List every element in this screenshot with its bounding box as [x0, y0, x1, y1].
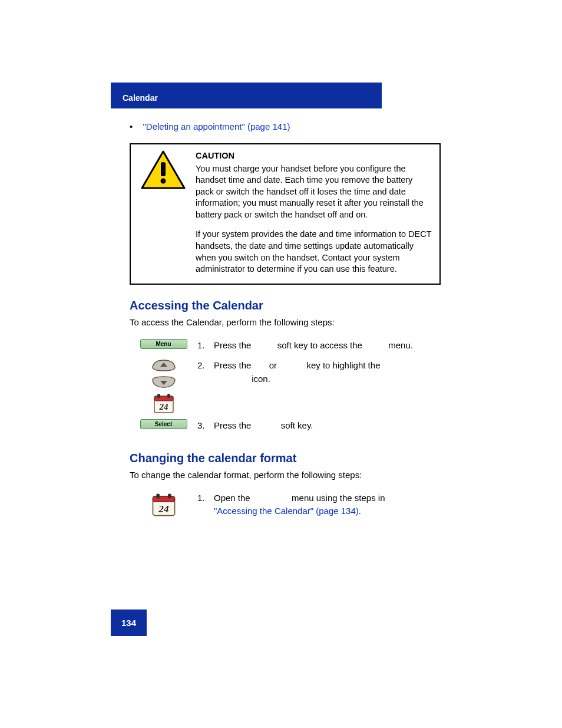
step1: 1. Press the soft key to access the menu…	[197, 339, 441, 353]
step2-text-c: key to highlight the	[306, 360, 380, 370]
calendar-icon: 24	[151, 492, 177, 518]
step2-text-a: Press the	[214, 360, 254, 370]
select-softkey: Select	[140, 419, 187, 429]
svg-rect-1	[161, 162, 166, 176]
section2-intro: To change the calendar format, perform t…	[130, 470, 441, 480]
section2-heading: Changing the calendar format	[130, 452, 441, 465]
caution-para1: You must charge your handset before you …	[196, 163, 432, 221]
step3-text-b: soft key.	[281, 420, 313, 430]
nav-up-icon	[151, 359, 176, 372]
s2-step1-b: menu using the steps in	[292, 493, 385, 503]
step2-num: 2.	[197, 359, 214, 386]
caution-text: CAUTION You must charge your handset bef…	[196, 144, 439, 284]
nav-down-icon	[151, 375, 176, 388]
step2-text-d: icon.	[252, 374, 270, 384]
step2: 2. Press the or key to highlight the ico…	[197, 359, 441, 386]
svg-text:24: 24	[158, 503, 169, 514]
section2-step1: 1. Open the menu using the steps in "Acc…	[197, 492, 441, 518]
caution-box: CAUTION You must charge your handset bef…	[130, 143, 441, 285]
caution-title: CAUTION	[196, 150, 432, 162]
svg-rect-7	[157, 394, 160, 398]
svg-point-2	[161, 179, 166, 184]
accessing-calendar-link[interactable]: "Accessing the Calendar" (page 134)	[214, 506, 359, 516]
step3: 3. Press the soft key.	[197, 419, 441, 433]
svg-rect-12	[156, 493, 160, 498]
svg-text:24: 24	[158, 402, 168, 411]
step1-num: 1.	[197, 339, 214, 353]
step1-text-c: menu.	[388, 340, 413, 350]
s2-step1-period: .	[359, 506, 361, 516]
svg-rect-6	[154, 396, 173, 401]
s2-step1-num: 1.	[197, 492, 214, 518]
bullet-dot: •	[130, 121, 135, 131]
page-number: 134	[111, 610, 147, 636]
s2-step1-a: Open the	[214, 493, 253, 503]
svg-rect-11	[153, 496, 174, 502]
menu-softkey: Menu	[140, 339, 187, 349]
caution-icon-cell	[131, 144, 196, 284]
calendar-icon: 24	[153, 392, 175, 414]
step3-num: 3.	[197, 419, 214, 433]
section1-heading: Accessing the Calendar	[130, 299, 441, 312]
deleting-appointment-link[interactable]: "Deleting an appointment" (page 141)	[143, 121, 290, 131]
step1-text-b: soft key to access the	[277, 340, 365, 350]
caution-icon	[141, 150, 186, 190]
caution-para2: If your system provides the date and tim…	[196, 229, 432, 275]
bullet-line: • "Deleting an appointment" (page 141)	[130, 121, 441, 131]
step1-text-a: Press the	[214, 340, 254, 350]
header-title: Calendar	[123, 93, 370, 103]
step2-text-b: or	[269, 360, 280, 370]
svg-rect-8	[167, 394, 170, 398]
header-bar: Calendar	[111, 83, 382, 108]
step3-text-a: Press the	[214, 420, 254, 430]
svg-rect-13	[167, 493, 171, 498]
section1-intro: To access the Calendar, perform the foll…	[130, 317, 441, 327]
